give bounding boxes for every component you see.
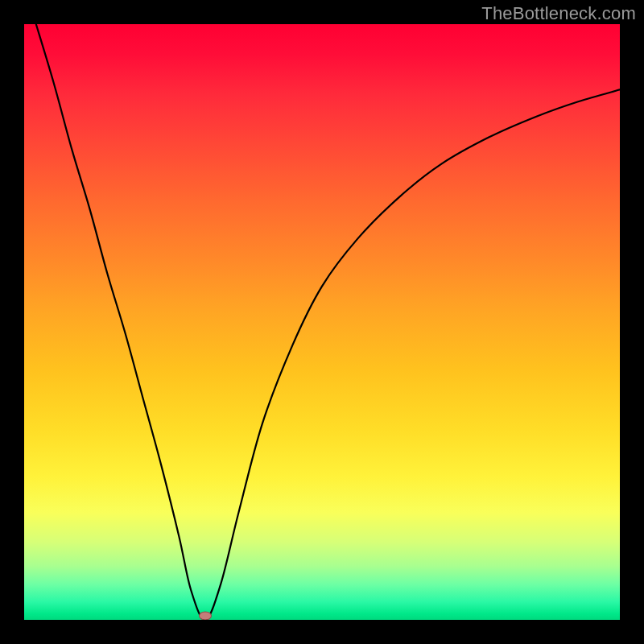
bottleneck-curve [24,24,620,620]
watermark-label: TheBottleneck.com [481,3,636,24]
minimum-marker [199,611,212,620]
chart-frame: TheBottleneck.com [0,0,644,644]
plot-area [24,24,620,620]
